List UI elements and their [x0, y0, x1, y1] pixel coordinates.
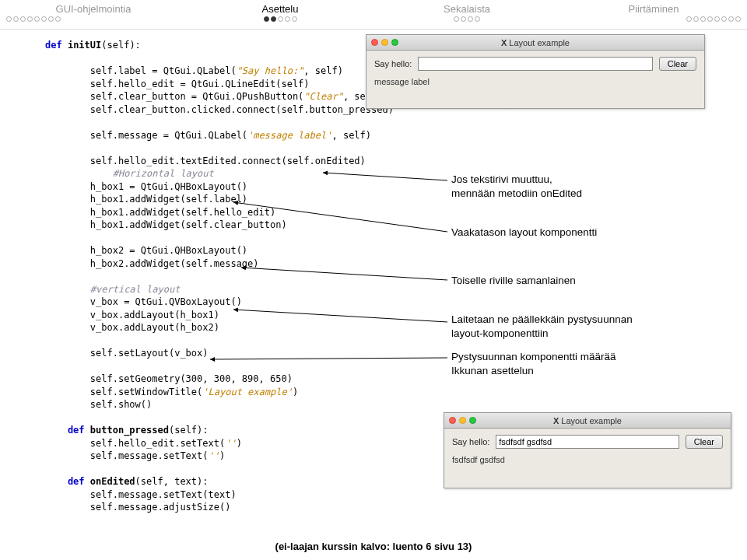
progress-dots — [374, 16, 560, 22]
progress-dots — [560, 16, 747, 22]
progress-dots — [0, 16, 187, 22]
clear-button[interactable]: Clear — [686, 435, 723, 449]
message-label: fsdfsdf gsdfsd — [452, 455, 723, 464]
tab-piirtaminen[interactable]: Piirtäminen — [560, 0, 747, 29]
annotation-setlayout: Pystysuunnan komponentti määrää Ikkunan … — [451, 350, 616, 378]
hello-input[interactable] — [496, 435, 679, 449]
message-label: message label — [374, 77, 696, 86]
clear-button[interactable]: Clear — [659, 57, 696, 71]
slide-footer: (ei-laajan kurssin kalvo: luento 6 sivu … — [0, 541, 747, 552]
window-title: XLayout example — [444, 416, 731, 425]
window-title: XLayout example — [366, 38, 704, 47]
mock-window-2: XLayout example Say hello: Clear fsdfsdf… — [444, 412, 731, 488]
annotation-hlayout: Vaakatason layout komponentti — [451, 226, 597, 240]
say-hello-label: Say hello: — [452, 437, 489, 446]
tab-gui[interactable]: GUI-ohjelmointia — [0, 0, 187, 29]
tab-label: Asettelu — [262, 3, 299, 15]
tab-label: Piirtäminen — [628, 3, 679, 15]
tab-sekalaista[interactable]: Sekalaista — [374, 0, 560, 29]
tab-asettelu[interactable]: Asettelu — [187, 0, 374, 29]
say-hello-label: Say hello: — [374, 59, 412, 68]
annotation-vstack: Laitetaan ne päällekkäin pystysuunnan la… — [451, 313, 633, 341]
tab-label: GUI-ohjelmointia — [56, 3, 132, 15]
progress-dots — [187, 16, 374, 22]
tab-label: Sekalaista — [444, 3, 490, 15]
annotation-second-row: Toiselle riville samanlainen — [451, 274, 576, 288]
window-titlebar: XLayout example — [444, 413, 731, 429]
hello-input[interactable] — [418, 57, 652, 71]
annotation-onedited: Jos tekstirivi muuttuu, mennään metodiin… — [451, 173, 582, 201]
window-titlebar: XLayout example — [366, 35, 704, 51]
mock-window-1: XLayout example Say hello: Clear message… — [366, 34, 705, 109]
tab-header: GUI-ohjelmointia Asettelu Sekalaista Pii… — [0, 0, 747, 30]
